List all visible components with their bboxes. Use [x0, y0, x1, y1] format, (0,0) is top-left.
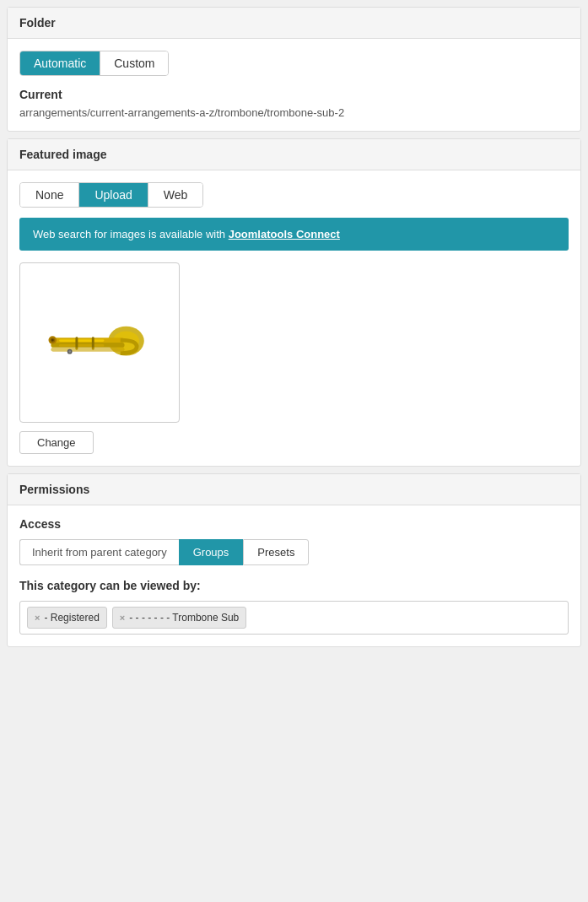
- image-source-tabs: None Upload Web: [19, 182, 203, 208]
- joomlatools-link[interactable]: Joomlatools Connect: [229, 228, 340, 240]
- folder-mode-toggle: Automatic Custom: [19, 51, 169, 76]
- tab-web[interactable]: Web: [148, 183, 203, 207]
- inherit-text: Inherit from parent category: [19, 539, 179, 565]
- tab-none[interactable]: None: [20, 183, 79, 207]
- permissions-body: Access Inherit from parent category Grou…: [8, 505, 580, 646]
- banner-text: Web search for images is available with: [33, 228, 229, 240]
- svg-rect-4: [59, 339, 104, 342]
- tag-input-area[interactable]: × - Registered × - - - - - - - Trombone …: [19, 601, 569, 635]
- change-image-button[interactable]: Change: [19, 431, 94, 454]
- image-upload-area: Change: [19, 251, 569, 454]
- svg-rect-11: [51, 348, 124, 352]
- folder-title: Folder: [8, 8, 580, 39]
- tag-registered-label: - Registered: [44, 612, 99, 624]
- current-path: arrangements/current-arrangements-a-z/tr…: [19, 106, 569, 119]
- web-search-banner: Web search for images is available with …: [19, 218, 569, 251]
- access-controls: Inherit from parent category Groups Pres…: [19, 539, 569, 565]
- tag-trombone-sub: × - - - - - - - Trombone Sub: [112, 607, 246, 629]
- tag-registered: × - Registered: [27, 607, 107, 629]
- svg-point-13: [68, 350, 71, 353]
- tag-remove-registered[interactable]: ×: [35, 613, 40, 623]
- automatic-button[interactable]: Automatic: [20, 51, 100, 75]
- trombone-image: [35, 309, 165, 376]
- tag-remove-trombone-sub[interactable]: ×: [120, 613, 125, 623]
- tab-upload[interactable]: Upload: [79, 183, 148, 207]
- featured-image-section: Featured image None Upload Web Web searc…: [7, 138, 581, 467]
- featured-image-title: Featured image: [8, 139, 580, 170]
- permissions-section: Permissions Access Inherit from parent c…: [7, 473, 581, 647]
- groups-tab[interactable]: Groups: [179, 539, 244, 565]
- access-label: Access: [19, 517, 569, 531]
- presets-tab[interactable]: Presets: [243, 539, 309, 565]
- folder-section: Folder Automatic Custom Current arrangem…: [7, 7, 581, 132]
- image-preview: [19, 262, 180, 423]
- svg-rect-5: [59, 344, 104, 347]
- folder-body: Automatic Custom Current arrangements/cu…: [8, 39, 580, 131]
- current-label: Current: [19, 88, 569, 101]
- svg-point-8: [51, 339, 53, 342]
- permissions-title: Permissions: [8, 474, 580, 505]
- viewed-by-label: This category can be viewed by:: [19, 579, 569, 592]
- tag-trombone-sub-label: - - - - - - - Trombone Sub: [129, 612, 239, 624]
- featured-image-body: None Upload Web Web search for images is…: [8, 170, 580, 466]
- custom-button[interactable]: Custom: [100, 51, 168, 75]
